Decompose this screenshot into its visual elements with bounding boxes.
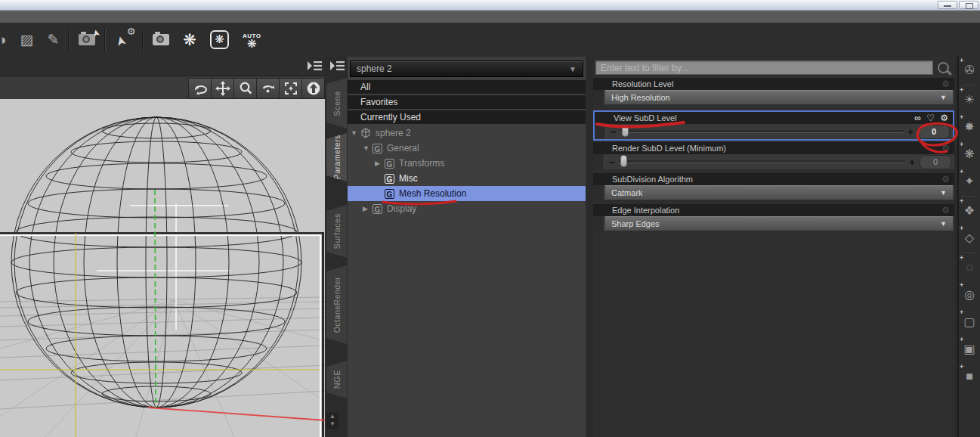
- clipped-tool-icon[interactable]: ◑: [0, 23, 13, 57]
- viewport-canvas[interactable]: [0, 99, 325, 437]
- render-subd-slider[interactable]: [619, 160, 905, 163]
- add-wire-cube-icon[interactable]: +▢: [959, 308, 980, 336]
- chevron-right-icon[interactable]: ▶: [375, 156, 385, 171]
- auto-render-icon[interactable]: AUTO ❋: [236, 33, 268, 47]
- gear-icon: ⚙: [127, 26, 136, 37]
- viewport-panel-menu-icon[interactable]: [306, 60, 323, 72]
- param-handle-cell: [595, 124, 606, 139]
- tab-parameters[interactable]: Parameters: [326, 133, 347, 181]
- heart-icon[interactable]: ♡: [926, 113, 936, 123]
- gear-icon[interactable]: ⚙: [941, 204, 951, 216]
- tab-nge[interactable]: NGE: [326, 361, 347, 398]
- viewport-pane: [0, 57, 325, 437]
- decrement-button[interactable]: −: [607, 157, 617, 168]
- restore-button[interactable]: [959, 1, 978, 9]
- viewport-header: [0, 57, 325, 76]
- increment-button[interactable]: +: [906, 126, 915, 138]
- add-camera-icon[interactable]: +✇: [959, 57, 980, 84]
- filter-input[interactable]: [595, 60, 933, 75]
- node-selector-dropdown[interactable]: sphere 2 ▼: [350, 60, 583, 77]
- edge-interpolation-dropdown[interactable]: Sharp Edges ▼: [605, 216, 953, 231]
- gear-icon[interactable]: ⚙: [941, 78, 951, 90]
- rotate-icon[interactable]: [256, 78, 280, 99]
- slider-handle[interactable]: [620, 155, 627, 167]
- pane-tabstrip: Scene Parameters Surfaces OctaneRender N…: [325, 57, 348, 437]
- param-handle-cell: [593, 154, 604, 169]
- menu-strip: [0, 11, 980, 23]
- toolbar-separator: [68, 29, 70, 51]
- wireframe-sphere-scene: [0, 99, 325, 437]
- zoom-icon[interactable]: [233, 78, 257, 99]
- add-iris-icon[interactable]: +❋: [959, 141, 980, 168]
- toolbar-separator: [104, 29, 106, 51]
- filter-currently-used-row[interactable]: Currently Used: [348, 110, 586, 124]
- tab-scroll-control[interactable]: ▲ ▼: [326, 413, 339, 429]
- titlebar: [0, 0, 980, 11]
- view-subd-value[interactable]: 0: [918, 125, 950, 139]
- image-editor-icon[interactable]: ✎: [40, 23, 66, 57]
- increment-button[interactable]: +: [907, 157, 917, 168]
- section-label: Resolution Level: [612, 79, 673, 88]
- add-primitive-icon[interactable]: +■: [959, 363, 980, 390]
- add-node-icon[interactable]: +◇: [959, 225, 980, 252]
- minimize-button[interactable]: [938, 1, 957, 9]
- frame-icon[interactable]: [279, 78, 302, 99]
- link-icon[interactable]: ∞: [914, 113, 923, 123]
- tree-node-sphere2[interactable]: ▼ sphere 2: [348, 126, 586, 141]
- filter-all-row[interactable]: All: [348, 80, 586, 94]
- section-label: View SubD Level: [614, 113, 677, 122]
- tree-node-display[interactable]: ▶ G Display: [348, 201, 586, 216]
- param-handle-cell: [593, 216, 604, 231]
- filter-favorites-row[interactable]: Favorites: [348, 95, 586, 109]
- tree-node-general[interactable]: ▼ G General: [348, 141, 586, 156]
- render-pinwheel-icon[interactable]: ❋: [176, 23, 203, 57]
- render-boxed-icon[interactable]: ❋: [210, 30, 229, 49]
- gear-icon[interactable]: ⚙: [941, 173, 951, 185]
- chevron-right-icon[interactable]: ▶: [363, 201, 373, 216]
- group-badge-icon: G: [373, 204, 382, 214]
- camera-pointer-icon[interactable]: ➤: [79, 34, 95, 45]
- application-window: ◑ ▨ ✎ ➤ ➤ ⚙ ❋ ❋ AUTO ❋: [0, 0, 980, 437]
- group-badge-icon: G: [385, 174, 394, 184]
- render-subd-value[interactable]: 0: [920, 155, 951, 169]
- gear-icon[interactable]: ⚙: [940, 113, 950, 123]
- add-bone-icon[interactable]: +❖: [959, 197, 980, 225]
- add-spotlight-icon[interactable]: +✦: [959, 168, 980, 195]
- param-section-resolution-level: Resolution Level ⚙ High Resolution ▼: [593, 78, 954, 105]
- drawstyle-icon[interactable]: ▨: [13, 23, 40, 57]
- cube-icon: [360, 128, 371, 138]
- view-subd-slider[interactable]: [620, 130, 904, 133]
- add-null-icon[interactable]: +◌: [959, 254, 980, 281]
- add-target-icon[interactable]: +◎: [959, 281, 980, 308]
- decrement-button[interactable]: −: [609, 126, 618, 138]
- pan-icon[interactable]: [211, 78, 234, 99]
- tab-surfaces[interactable]: Surfaces: [326, 205, 347, 258]
- chevron-down-icon: ▼: [940, 94, 947, 101]
- tab-octanerender[interactable]: OctaneRender: [326, 265, 347, 344]
- subdivision-algorithm-dropdown[interactable]: Catmark ▼: [605, 185, 953, 200]
- camera-icon[interactable]: [153, 34, 169, 45]
- pointer-settings-icon[interactable]: ➤ ⚙: [114, 29, 134, 51]
- parameters-panel: Resolution Level ⚙ High Resolution ▼ Vie…: [593, 57, 954, 437]
- main-toolbar: ◑ ▨ ✎ ➤ ➤ ⚙ ❋ ❋ AUTO ❋: [0, 23, 980, 57]
- param-section-render-subd-level: Render SubD Level (Minimum) ⚙ − + 0: [593, 142, 954, 169]
- tree-node-misc[interactable]: G Misc: [348, 171, 586, 186]
- orbit-icon[interactable]: [188, 78, 212, 99]
- chevron-down-icon[interactable]: ▼: [351, 126, 360, 141]
- slider-handle[interactable]: [622, 125, 629, 137]
- add-distant-light-icon[interactable]: +☀: [959, 86, 980, 113]
- search-icon[interactable]: [938, 62, 949, 73]
- chevron-down-icon: ▼: [940, 189, 947, 197]
- create-toolbar: +✇ +☀ +✸ +❋ +✦ +❖ +◇ +◌ +◎ +▢ +▣ +■: [957, 57, 980, 437]
- parameters-panel-menu-icon[interactable]: [329, 60, 345, 72]
- chevron-down-icon[interactable]: ▼: [363, 141, 373, 156]
- tab-scene[interactable]: Scene: [326, 78, 347, 129]
- tree-node-transforms[interactable]: ▶ G Transforms: [348, 156, 586, 171]
- add-instance-icon[interactable]: +▣: [959, 336, 980, 363]
- chevron-down-icon: ▼: [940, 220, 947, 228]
- resolution-level-dropdown[interactable]: High Resolution ▼: [605, 90, 953, 105]
- gear-icon[interactable]: ⚙: [941, 142, 951, 154]
- add-point-light-icon[interactable]: +✸: [959, 113, 980, 141]
- tree-node-mesh-resolution[interactable]: G Mesh Resolution: [348, 186, 586, 201]
- aim-icon[interactable]: [301, 78, 325, 99]
